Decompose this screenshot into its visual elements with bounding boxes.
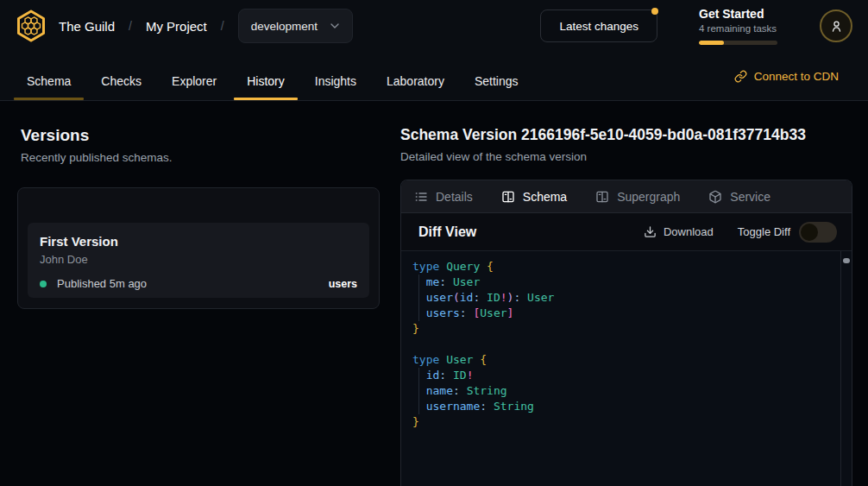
version-service-badge: users [329, 278, 357, 290]
version-detail-subtitle: Detailed view of the schema version [400, 150, 852, 163]
detail-tab-details[interactable]: Details [414, 190, 473, 204]
diff-actions: Download Toggle Diff [644, 222, 837, 243]
header-right: Latest changes Get Started 4 remaining t… [540, 7, 852, 45]
download-icon [644, 225, 657, 238]
get-started-subtitle: 4 remaining tasks [699, 22, 778, 35]
person-icon [829, 19, 844, 34]
toggle-knob [801, 224, 818, 241]
detail-tab-schema[interactable]: Schema [501, 190, 567, 204]
diff-view-header: Diff View Download Toggle Diff [401, 213, 852, 251]
detail-panel: DetailsSchemaSupergraphService Diff View… [400, 180, 852, 486]
user-avatar[interactable] [820, 9, 852, 42]
versions-subtitle: Recently published schemas. [17, 151, 380, 164]
breadcrumb: The Guild / My Project / development [59, 9, 353, 43]
toggle-diff-label: Toggle Diff [738, 225, 790, 238]
chevron-down-icon [328, 19, 342, 33]
versions-panel: Versions Recently published schemas. Fir… [17, 126, 380, 486]
breadcrumb-project[interactable]: My Project [146, 19, 207, 34]
nav-tab-schema[interactable]: Schema [14, 62, 84, 100]
code-line: users: [User] [412, 306, 831, 321]
version-detail-panel: Schema Version 2166196f-5e10-4059-bd0a-0… [400, 126, 852, 486]
notification-dot [651, 8, 658, 15]
top-band: The Guild / My Project / development Lat… [0, 0, 868, 101]
get-started-progress-fill [699, 41, 724, 45]
guild-logo[interactable] [14, 9, 48, 43]
get-started-widget[interactable]: Get Started 4 remaining tasks [699, 7, 778, 45]
detail-tab-label: Service [730, 190, 771, 204]
schema-code-viewer: type Query { me: User user(id: ID!): Use… [401, 251, 852, 486]
code-lines: type Query { me: User user(id: ID!): Use… [412, 259, 831, 430]
latest-changes-button[interactable]: Latest changes [540, 9, 657, 42]
get-started-progress [699, 41, 777, 45]
version-author: John Doe [40, 253, 357, 266]
code-line: } [412, 414, 831, 430]
version-name: First Version [40, 234, 357, 249]
list-icon [414, 190, 428, 204]
code-line [412, 337, 831, 352]
diff-view-title: Diff View [418, 224, 476, 240]
code-line: name: String [412, 383, 831, 399]
version-status: Published 5m ago [57, 277, 147, 290]
toggle-diff-switch[interactable] [799, 222, 837, 243]
published-status-dot [40, 281, 47, 287]
get-started-title: Get Started [699, 7, 778, 22]
versions-title: Versions [17, 126, 380, 145]
download-button[interactable]: Download [644, 225, 714, 238]
nav-tab-insights[interactable]: Insights [302, 62, 369, 100]
indent-guide [418, 275, 419, 321]
diff-panel-icon [501, 190, 515, 204]
breadcrumb-separator: / [129, 19, 132, 33]
breadcrumb-separator: / [221, 19, 224, 33]
version-meta: Published 5m agousers [40, 277, 357, 290]
detail-tab-bar: DetailsSchemaSupergraphService [401, 180, 852, 213]
code-line: username: String [412, 399, 831, 414]
detail-tab-supergraph[interactable]: Supergraph [595, 190, 680, 204]
code-line: type User { [412, 352, 831, 368]
nav-tab-checks[interactable]: Checks [88, 62, 154, 100]
cube-icon [708, 190, 722, 204]
nav-tab-explorer[interactable]: Explorer [159, 62, 230, 100]
main-nav: SchemaChecksExplorerHistoryInsightsLabor… [0, 52, 868, 100]
nav-tab-laboratory[interactable]: Laboratory [374, 62, 457, 100]
code-line: type Query { [412, 259, 831, 275]
nav-tabs: SchemaChecksExplorerHistoryInsightsLabor… [14, 52, 531, 100]
diff-panel-icon [595, 190, 609, 204]
detail-tab-label: Details [436, 190, 473, 204]
code-scrollbar[interactable] [840, 251, 852, 486]
code-line: id: ID! [412, 368, 831, 383]
link-icon [734, 70, 747, 83]
nav-tab-settings[interactable]: Settings [462, 62, 531, 100]
detail-tab-label: Schema [523, 190, 567, 204]
versions-card: First VersionJohn DoePublished 5m agouse… [17, 187, 380, 309]
code-line: me: User [412, 275, 831, 290]
indent-guide [418, 368, 419, 414]
detail-tab-label: Supergraph [617, 190, 680, 204]
version-detail-title: Schema Version 2166196f-5e10-4059-bd0a-0… [400, 126, 852, 144]
breadcrumb-org[interactable]: The Guild [59, 19, 115, 34]
version-list: First VersionJohn DoePublished 5m agouse… [28, 223, 369, 298]
header: The Guild / My Project / development Lat… [0, 0, 868, 52]
code-line: } [412, 321, 831, 337]
connect-to-cdn-button[interactable]: Connect to CDN [734, 70, 839, 83]
nav-tab-history[interactable]: History [234, 62, 298, 100]
detail-tab-service[interactable]: Service [708, 190, 771, 204]
target-select[interactable]: development [238, 9, 353, 43]
code-line: user(id: ID!): User [412, 290, 831, 306]
target-select-value: development [251, 20, 318, 33]
code-scrollbar-thumb[interactable] [843, 258, 850, 263]
version-item[interactable]: First VersionJohn DoePublished 5m agouse… [28, 223, 369, 298]
main-content: Versions Recently published schemas. Fir… [0, 101, 868, 486]
